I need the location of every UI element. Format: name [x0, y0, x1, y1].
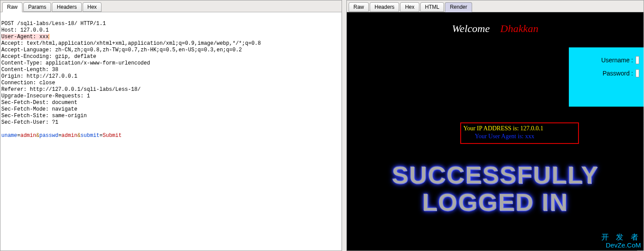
request-tabbar: Raw Params Headers Hex: [0, 0, 342, 12]
watermark: 开 发 者 DevZe.CoM: [601, 233, 641, 249]
request-line: Content-Length: 38: [1, 67, 58, 73]
panel-splitter[interactable]: [342, 0, 346, 251]
watermark-cn: 开 发 者: [601, 233, 641, 241]
success-line2: LOGGED IN: [347, 189, 644, 216]
success-line1: SUCCESSFULLY: [347, 161, 644, 189]
body-value: Submit: [103, 133, 122, 139]
tab-raw-response[interactable]: Raw: [349, 2, 369, 12]
tab-hex-response[interactable]: Hex: [400, 2, 419, 12]
body-value: admin: [20, 133, 36, 139]
tab-html-response[interactable]: HTML: [420, 2, 444, 12]
success-banner: SUCCESSFULLY LOGGED IN: [347, 161, 644, 216]
tab-params[interactable]: Params: [23, 2, 51, 12]
body-param: passwd: [39, 133, 58, 139]
tab-hex[interactable]: Hex: [83, 2, 102, 12]
request-raw-editor[interactable]: POST /sqli-labs/Less-18/ HTTP/1.1 Host: …: [0, 12, 342, 251]
user-agent-line: Your User Agent is: xxx: [475, 133, 576, 140]
response-panel: Raw Headers Hex HTML Render Welcome Dhak…: [346, 0, 644, 251]
ip-address-line: Your IP ADDRESS is: 127.0.0.1: [463, 125, 543, 132]
tab-headers-response[interactable]: Headers: [370, 2, 399, 12]
request-line-highlighted: User-Agent: xxx: [1, 34, 49, 40]
password-label: Password :: [603, 70, 633, 77]
welcome-heading: Welcome Dhakkan: [347, 23, 644, 35]
request-line: Sec-Fetch-Dest: document: [1, 100, 77, 106]
request-line: Origin: http://127.0.0.1: [1, 73, 77, 79]
response-tabbar: Raw Headers Hex HTML Render: [347, 0, 644, 12]
tab-headers[interactable]: Headers: [52, 2, 81, 12]
watermark-url: DevZe.CoM: [601, 241, 641, 249]
welcome-name: Dhakkan: [500, 23, 538, 34]
tab-render-response[interactable]: Render: [445, 2, 472, 12]
request-line: POST /sqli-labs/Less-18/ HTTP/1.1: [1, 21, 106, 27]
request-line: Sec-Fetch-Site: same-origin: [1, 113, 87, 119]
request-line: Upgrade-Insecure-Requests: 1: [1, 93, 90, 99]
request-line: Accept-Language: zh-CN,zh;q=0.8,zh-TW;q=…: [1, 47, 242, 53]
username-label: Username :: [601, 57, 633, 64]
request-line: Connection: close: [1, 80, 55, 86]
request-line: Referer: http://127.0.0.1/sqli-labs/Less…: [1, 86, 141, 93]
request-line: Host: 127.0.0.1: [1, 27, 49, 33]
body-param: uname: [1, 133, 17, 139]
request-line: Content-Type: application/x-www-form-url…: [1, 60, 150, 66]
tab-raw[interactable]: Raw: [2, 2, 22, 12]
body-param: submit: [80, 133, 99, 139]
request-line: Sec-Fetch-Mode: navigate: [1, 106, 77, 112]
username-input[interactable]: [636, 56, 639, 64]
login-form: Username : Password :: [569, 47, 644, 107]
request-line: Accept-Encoding: gzip, deflate: [1, 54, 96, 60]
info-box: Your IP ADDRESS is: 127.0.0.1 Your User …: [460, 122, 579, 144]
password-input[interactable]: [636, 69, 639, 77]
welcome-text: Welcome: [452, 23, 490, 34]
request-line: Accept: text/html,application/xhtml+xml,…: [1, 40, 261, 47]
rendered-page: Welcome Dhakkan Username : Password : Yo…: [347, 12, 644, 251]
request-line: Sec-Fetch-User: ?1: [1, 119, 58, 126]
request-panel: Raw Params Headers Hex POST /sqli-labs/L…: [0, 0, 342, 251]
body-value: admin: [62, 133, 77, 139]
text-cursor: [49, 34, 49, 39]
